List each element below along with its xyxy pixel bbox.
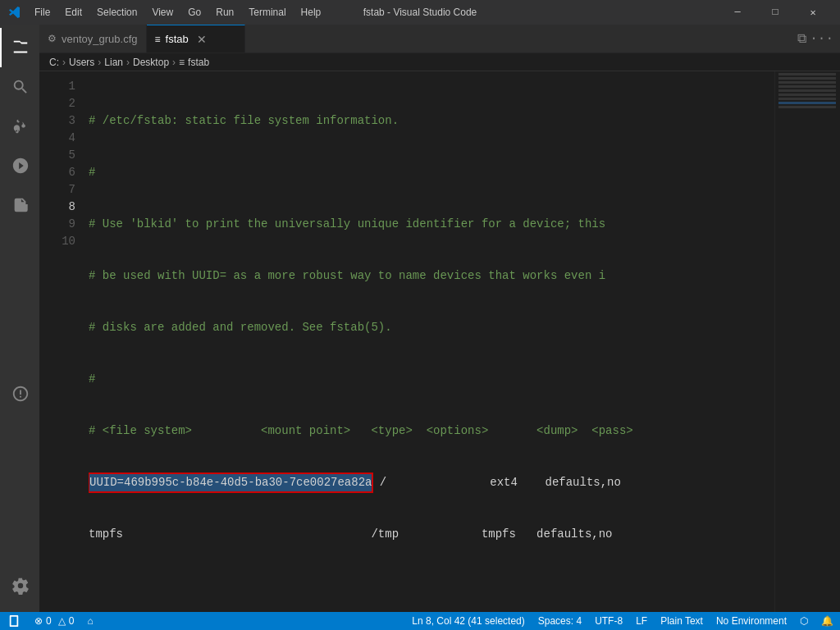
menu-terminal[interactable]: Terminal	[242, 3, 292, 21]
eol-text: LF	[636, 615, 647, 627]
remote-activity-icon[interactable]	[0, 374, 39, 413]
menu-selection[interactable]: Selection	[90, 3, 144, 21]
split-editor-icon[interactable]: ⧉	[797, 31, 806, 47]
selected-uuid: UUID=469b995c-b84e-40d5-ba30-7ce0027ea82…	[89, 473, 372, 492]
menu-edit[interactable]: Edit	[58, 3, 89, 21]
language-text: Plain Text	[660, 615, 703, 627]
activity-bar	[0, 25, 39, 612]
menu-go[interactable]: Go	[181, 3, 208, 21]
cursor-position-text: Ln 8, Col 42 (41 selected)	[412, 615, 524, 627]
run-debug-activity-icon[interactable]	[0, 146, 39, 185]
breadcrumb: C: › Users › Lian › Desktop › ≡ fstab	[39, 53, 840, 71]
source-control-activity-icon[interactable]	[0, 107, 39, 146]
menu-help[interactable]: Help	[294, 3, 328, 21]
title-bar-left: File Edit Selection View Go Run Terminal…	[8, 3, 327, 21]
code-editor[interactable]: 1 2 3 4 5 6 7 8 9 10 # /etc/fstab: stati…	[39, 71, 840, 612]
code-line-6: #	[89, 371, 774, 388]
tab-ventoy-icon: ⚙	[48, 33, 57, 44]
settings-activity-icon[interactable]	[0, 566, 39, 605]
tab-close-button[interactable]: ✕	[197, 33, 207, 46]
status-home[interactable]: ⌂	[80, 612, 99, 630]
menu-bar: File Edit Selection View Go Run Terminal…	[28, 3, 327, 21]
code-content[interactable]: # /etc/fstab: static file system informa…	[89, 71, 774, 612]
breadcrumb-fstab[interactable]: fstab	[188, 57, 209, 68]
extensions-activity-icon[interactable]	[0, 185, 39, 225]
code-line-1: # /etc/fstab: static file system informa…	[89, 112, 774, 130]
line-numbers: 1 2 3 4 5 6 7 8 9 10	[39, 71, 89, 612]
window-title: fstab - Visual Studio Code	[363, 7, 477, 18]
code-line-4: # be used with UUID= as a more robust wa…	[89, 267, 774, 285]
encoding-text: UTF-8	[595, 615, 623, 627]
tab-fstab-label: fstab	[166, 33, 189, 45]
status-cursor-position[interactable]: Ln 8, Col 42 (41 selected)	[405, 612, 531, 630]
code-line-10	[89, 578, 774, 595]
spaces-text: Spaces: 4	[538, 615, 582, 627]
code-line-9: tmpfs /tmp tmpfs defaults,no	[89, 526, 774, 543]
code-line-2: #	[89, 164, 774, 181]
warning-icon: △	[58, 615, 66, 627]
code-line-7: # <file system> <mount point> <type> <op…	[89, 422, 774, 440]
error-icon: ⊗	[34, 615, 43, 627]
status-encoding[interactable]: UTF-8	[588, 612, 629, 630]
breadcrumb-users[interactable]: Users	[69, 57, 94, 68]
status-eol[interactable]: LF	[629, 612, 654, 630]
menu-view[interactable]: View	[145, 3, 180, 21]
home-icon: ⌂	[87, 615, 93, 627]
tabs-bar: ⚙ ventoy_grub.cfg ≡ fstab ✕ ⧉ ···	[39, 25, 840, 53]
menu-file[interactable]: File	[28, 3, 57, 21]
main-layout: ⚙ ventoy_grub.cfg ≡ fstab ✕ ⧉ ··· C: › U…	[0, 25, 840, 612]
minimize-button[interactable]: ─	[719, 0, 756, 25]
breadcrumb-desktop[interactable]: Desktop	[133, 57, 169, 68]
title-bar: File Edit Selection View Go Run Terminal…	[0, 0, 840, 25]
status-bar-right: Ln 8, Col 42 (41 selected) Spaces: 4 UTF…	[405, 612, 840, 630]
window-controls: ─ □ ✕	[719, 0, 832, 25]
code-line-8: UUID=469b995c-b84e-40d5-ba30-7ce0027ea82…	[89, 474, 774, 491]
tab-ventoy-label: ventoy_grub.cfg	[62, 33, 138, 45]
tab-ventoy-grub[interactable]: ⚙ ventoy_grub.cfg	[39, 25, 147, 52]
status-environment[interactable]: No Environment	[710, 612, 793, 630]
code-line-3: # Use 'blkid' to print the universally u…	[89, 216, 774, 233]
maximize-button[interactable]: □	[756, 0, 794, 25]
vscode-logo	[8, 6, 21, 19]
status-bar-left: ⊗ 0 △ 0 ⌂	[0, 612, 100, 630]
editor-area: ⚙ ventoy_grub.cfg ≡ fstab ✕ ⧉ ··· C: › U…	[39, 25, 840, 612]
remote-ssh-icon	[8, 615, 20, 627]
breadcrumb-c[interactable]: C:	[49, 57, 59, 68]
tab-fstab-icon: ≡	[155, 34, 161, 45]
activity-bar-bottom	[0, 566, 39, 605]
status-bar: ⊗ 0 △ 0 ⌂ Ln 8, Col 42 (41 selected) Spa…	[0, 612, 840, 630]
status-errors[interactable]: ⊗ 0 △ 0	[28, 612, 80, 630]
menu-run[interactable]: Run	[209, 3, 240, 21]
status-remote-button[interactable]	[0, 612, 28, 630]
remote-indicator-icon: ⬡	[800, 615, 808, 627]
tab-fstab[interactable]: ≡ fstab ✕	[147, 25, 245, 52]
status-spaces[interactable]: Spaces: 4	[532, 612, 588, 630]
bell-icon: 🔔	[821, 615, 833, 627]
environment-text: No Environment	[716, 615, 787, 627]
search-activity-icon[interactable]	[0, 67, 39, 107]
error-count: 0	[46, 615, 52, 627]
status-language-mode[interactable]: Plain Text	[654, 612, 710, 630]
tabs-actions[interactable]: ⧉ ···	[791, 25, 840, 52]
close-button[interactable]: ✕	[794, 0, 832, 25]
status-notifications[interactable]: 🔔	[815, 612, 840, 630]
line8-rest: / ext4 defaults,no	[372, 474, 620, 491]
explorer-activity-icon[interactable]	[0, 28, 39, 67]
warning-count: 0	[69, 615, 75, 627]
minimap	[774, 71, 840, 612]
more-actions-icon[interactable]: ···	[810, 31, 833, 46]
status-remote-indicator[interactable]: ⬡	[793, 612, 815, 630]
code-line-5: # disks are added and removed. See fstab…	[89, 319, 774, 336]
breadcrumb-icon: ≡	[179, 57, 185, 68]
breadcrumb-lian[interactable]: Lian	[104, 57, 123, 68]
